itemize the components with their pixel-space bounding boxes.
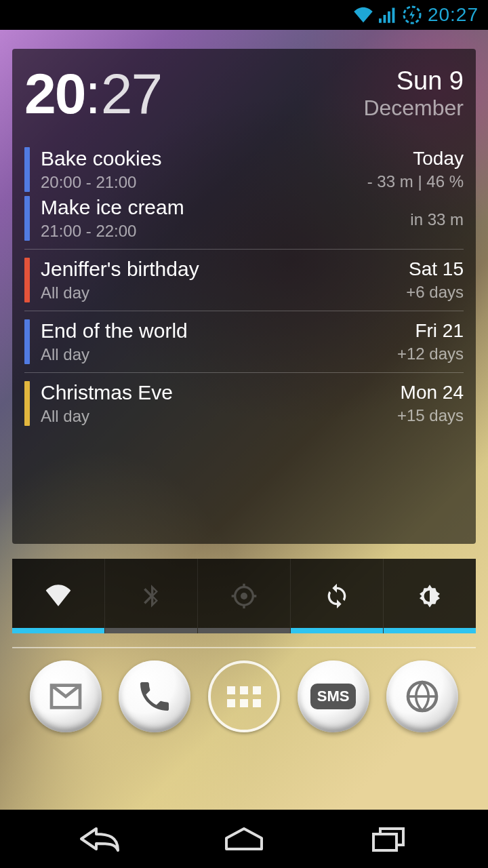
event-relative: in 33 m <box>410 210 464 229</box>
svg-point-1 <box>241 593 247 599</box>
calendar-event[interactable]: End of the worldAll dayFri 21+12 days <box>24 311 464 372</box>
back-button[interactable] <box>56 822 144 856</box>
dock: SMS <box>12 660 476 732</box>
event-color-bar <box>24 319 30 364</box>
toggle-bluetooth[interactable] <box>105 559 198 633</box>
battery-charging-icon <box>402 5 422 25</box>
event-title: Bake cookies <box>41 147 357 170</box>
navigation-bar <box>0 810 488 868</box>
sms-app[interactable]: SMS <box>298 660 369 732</box>
events-list: Bake cookies20:00 - 21:00Today- 33 m | 4… <box>24 139 464 434</box>
gmail-app[interactable] <box>30 660 102 732</box>
bluetooth-icon <box>138 565 165 627</box>
event-when: Fri 21 <box>397 320 464 342</box>
gps-icon <box>230 565 258 627</box>
event-when: Sat 15 <box>406 258 464 280</box>
event-color-bar <box>24 196 30 241</box>
toggle-sync[interactable] <box>291 559 384 633</box>
wifi-icon <box>353 7 373 23</box>
home-button[interactable] <box>200 822 288 856</box>
event-time: All day <box>41 345 386 364</box>
date-month: December <box>363 96 464 121</box>
event-time: All day <box>41 407 386 426</box>
dock-divider <box>12 647 476 648</box>
event-when: Mon 24 <box>397 382 464 403</box>
app-drawer-button[interactable] <box>208 660 280 732</box>
brightness-icon <box>416 565 443 627</box>
phone-app[interactable] <box>119 660 190 732</box>
status-time: 20:27 <box>428 4 479 26</box>
event-relative: +15 days <box>397 406 464 425</box>
calendar-event[interactable]: Jeniffer's birthdayAll daySat 15+6 days <box>24 249 464 311</box>
event-relative: +6 days <box>406 283 464 302</box>
calendar-event[interactable]: Make ice cream21:00 - 22:00in 33 m <box>24 196 464 249</box>
calendar-clock-widget[interactable]: 20:27 Sun 9 December Bake cookies20:00 -… <box>12 49 476 544</box>
status-bar: 20:27 <box>0 0 488 30</box>
clock[interactable]: 20:27 <box>24 61 161 127</box>
toggle-wifi[interactable] <box>12 559 105 633</box>
power-control-widget <box>12 559 476 633</box>
svg-rect-4 <box>373 834 396 850</box>
event-relative: +12 days <box>397 344 464 363</box>
event-title: Make ice cream <box>41 196 399 219</box>
event-relative: - 33 m | 46 % <box>367 172 464 191</box>
recent-apps-button[interactable] <box>344 822 432 856</box>
toggle-gps[interactable] <box>198 559 291 633</box>
clock-hour: 20 <box>24 62 85 125</box>
event-title: End of the world <box>41 319 386 342</box>
sms-label: SMS <box>310 684 357 709</box>
event-title: Jeniffer's birthday <box>41 258 395 281</box>
event-time: All day <box>41 283 395 302</box>
date-day: Sun 9 <box>363 66 464 96</box>
calendar-event[interactable]: Christmas EveAll dayMon 24+15 days <box>24 372 464 434</box>
date-block[interactable]: Sun 9 December <box>363 61 464 121</box>
signal-icon <box>379 7 396 23</box>
event-color-bar <box>24 258 30 302</box>
calendar-event[interactable]: Bake cookies20:00 - 21:00Today- 33 m | 4… <box>24 139 464 200</box>
clock-minute: 27 <box>101 62 161 125</box>
widget-header: 20:27 Sun 9 December <box>24 58 464 139</box>
browser-app[interactable] <box>386 660 458 732</box>
apps-grid-icon <box>227 686 261 707</box>
event-title: Christmas Eve <box>41 381 386 404</box>
sync-icon <box>323 565 350 627</box>
event-color-bar <box>24 147 30 192</box>
wifi-icon <box>45 565 72 627</box>
toggle-brightness[interactable] <box>384 559 476 633</box>
event-time: 21:00 - 22:00 <box>41 222 399 241</box>
event-when: Today <box>367 148 464 170</box>
event-time: 20:00 - 21:00 <box>41 173 357 192</box>
homescreen[interactable]: 20:27 Sun 9 December Bake cookies20:00 -… <box>0 30 488 810</box>
event-color-bar <box>24 381 30 426</box>
